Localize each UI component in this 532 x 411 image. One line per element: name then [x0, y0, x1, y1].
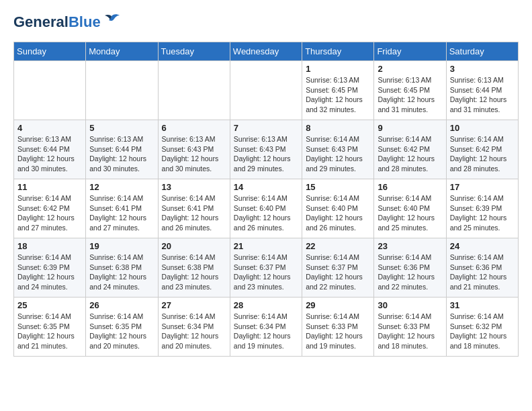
- calendar-day-cell: 4Sunrise: 6:13 AMSunset: 6:44 PMDaylight…: [14, 120, 86, 179]
- calendar-day-cell: 19Sunrise: 6:14 AMSunset: 6:38 PMDayligh…: [86, 238, 158, 298]
- calendar-day-cell: 3Sunrise: 6:13 AMSunset: 6:44 PMDaylight…: [446, 61, 518, 120]
- calendar-day-cell: 17Sunrise: 6:14 AMSunset: 6:39 PMDayligh…: [446, 179, 518, 238]
- calendar-day-cell: 21Sunrise: 6:14 AMSunset: 6:37 PMDayligh…: [230, 238, 302, 298]
- day-info: Sunrise: 6:14 AMSunset: 6:34 PMDaylight:…: [162, 312, 226, 351]
- calendar-week-row: 25Sunrise: 6:14 AMSunset: 6:35 PMDayligh…: [14, 298, 519, 357]
- day-number: 5: [89, 123, 154, 133]
- day-number: 27: [162, 300, 226, 310]
- day-info: Sunrise: 6:14 AMSunset: 6:35 PMDaylight:…: [89, 312, 154, 351]
- calendar-week-row: 11Sunrise: 6:14 AMSunset: 6:42 PMDayligh…: [14, 179, 519, 238]
- day-info: Sunrise: 6:13 AMSunset: 6:45 PMDaylight:…: [378, 75, 442, 115]
- calendar-day-cell: 14Sunrise: 6:14 AMSunset: 6:40 PMDayligh…: [230, 179, 302, 238]
- day-number: 21: [234, 241, 298, 251]
- weekday-header-cell: Thursday: [302, 42, 374, 61]
- calendar-day-cell: 15Sunrise: 6:14 AMSunset: 6:40 PMDayligh…: [302, 179, 374, 238]
- calendar-day-cell: 29Sunrise: 6:14 AMSunset: 6:33 PMDayligh…: [302, 298, 374, 357]
- day-number: 12: [89, 182, 154, 192]
- day-info: Sunrise: 6:14 AMSunset: 6:33 PMDaylight:…: [306, 312, 370, 351]
- calendar-day-cell: 13Sunrise: 6:14 AMSunset: 6:41 PMDayligh…: [158, 179, 230, 238]
- calendar-day-cell: 28Sunrise: 6:14 AMSunset: 6:34 PMDayligh…: [230, 298, 302, 357]
- day-info: Sunrise: 6:14 AMSunset: 6:34 PMDaylight:…: [234, 312, 298, 351]
- calendar-day-cell: 10Sunrise: 6:14 AMSunset: 6:42 PMDayligh…: [446, 120, 518, 179]
- day-number: 14: [234, 182, 298, 192]
- calendar-week-row: 18Sunrise: 6:14 AMSunset: 6:39 PMDayligh…: [14, 238, 519, 298]
- calendar-day-cell: 8Sunrise: 6:14 AMSunset: 6:43 PMDaylight…: [302, 120, 374, 179]
- day-info: Sunrise: 6:14 AMSunset: 6:42 PMDaylight:…: [17, 193, 82, 233]
- calendar-day-cell: 5Sunrise: 6:13 AMSunset: 6:44 PMDaylight…: [86, 120, 158, 179]
- day-info: Sunrise: 6:13 AMSunset: 6:44 PMDaylight:…: [450, 75, 515, 115]
- calendar-table: SundayMondayTuesdayWednesdayThursdayFrid…: [13, 42, 519, 357]
- day-info: Sunrise: 6:14 AMSunset: 6:38 PMDaylight:…: [162, 253, 226, 292]
- calendar-day-cell: 1Sunrise: 6:13 AMSunset: 6:45 PMDaylight…: [302, 61, 374, 120]
- day-number: 1: [306, 64, 370, 74]
- calendar-day-cell: 11Sunrise: 6:14 AMSunset: 6:42 PMDayligh…: [14, 179, 86, 238]
- weekday-header-cell: Wednesday: [230, 42, 302, 61]
- calendar-day-cell: [86, 61, 158, 120]
- calendar-week-row: 1Sunrise: 6:13 AMSunset: 6:45 PMDaylight…: [14, 61, 519, 120]
- calendar-day-cell: 18Sunrise: 6:14 AMSunset: 6:39 PMDayligh…: [14, 238, 86, 298]
- day-info: Sunrise: 6:14 AMSunset: 6:37 PMDaylight:…: [234, 253, 298, 292]
- calendar-day-cell: 25Sunrise: 6:14 AMSunset: 6:35 PMDayligh…: [14, 298, 86, 357]
- day-info: Sunrise: 6:14 AMSunset: 6:40 PMDaylight:…: [378, 193, 442, 233]
- day-info: Sunrise: 6:14 AMSunset: 6:41 PMDaylight:…: [162, 193, 226, 233]
- calendar-day-cell: 26Sunrise: 6:14 AMSunset: 6:35 PMDayligh…: [86, 298, 158, 357]
- calendar-day-cell: 23Sunrise: 6:14 AMSunset: 6:36 PMDayligh…: [374, 238, 446, 298]
- calendar-day-cell: 22Sunrise: 6:14 AMSunset: 6:37 PMDayligh…: [302, 238, 374, 298]
- logo-bird-icon: [102, 13, 121, 28]
- day-number: 6: [162, 123, 226, 133]
- calendar-day-cell: 2Sunrise: 6:13 AMSunset: 6:45 PMDaylight…: [374, 61, 446, 120]
- weekday-header-cell: Monday: [86, 42, 158, 61]
- calendar-week-row: 4Sunrise: 6:13 AMSunset: 6:44 PMDaylight…: [14, 120, 519, 179]
- day-info: Sunrise: 6:13 AMSunset: 6:43 PMDaylight:…: [162, 134, 226, 174]
- calendar-day-cell: 6Sunrise: 6:13 AMSunset: 6:43 PMDaylight…: [158, 120, 230, 179]
- day-info: Sunrise: 6:14 AMSunset: 6:41 PMDaylight:…: [89, 193, 154, 233]
- weekday-header-cell: Friday: [374, 42, 446, 61]
- weekday-header-cell: Saturday: [446, 42, 518, 61]
- day-info: Sunrise: 6:14 AMSunset: 6:40 PMDaylight:…: [306, 193, 370, 233]
- calendar-day-cell: [14, 61, 86, 120]
- calendar-day-cell: 9Sunrise: 6:14 AMSunset: 6:42 PMDaylight…: [374, 120, 446, 179]
- calendar-body: 1Sunrise: 6:13 AMSunset: 6:45 PMDaylight…: [14, 61, 519, 357]
- page-header: General Blue: [13, 13, 519, 31]
- day-info: Sunrise: 6:14 AMSunset: 6:32 PMDaylight:…: [450, 312, 515, 351]
- day-number: 16: [378, 182, 442, 192]
- weekday-header-cell: Tuesday: [158, 42, 230, 61]
- calendar-day-cell: [158, 61, 230, 120]
- day-number: 22: [306, 241, 370, 251]
- day-number: 25: [17, 300, 82, 310]
- calendar-day-cell: [230, 61, 302, 120]
- logo: General Blue: [13, 13, 121, 31]
- calendar-day-cell: 30Sunrise: 6:14 AMSunset: 6:33 PMDayligh…: [374, 298, 446, 357]
- day-info: Sunrise: 6:14 AMSunset: 6:40 PMDaylight:…: [234, 193, 298, 233]
- calendar-day-cell: 12Sunrise: 6:14 AMSunset: 6:41 PMDayligh…: [86, 179, 158, 238]
- day-number: 2: [378, 64, 442, 74]
- calendar-day-cell: 24Sunrise: 6:14 AMSunset: 6:36 PMDayligh…: [446, 238, 518, 298]
- day-info: Sunrise: 6:14 AMSunset: 6:43 PMDaylight:…: [306, 134, 370, 174]
- day-number: 4: [17, 123, 82, 133]
- day-number: 9: [378, 123, 442, 133]
- day-info: Sunrise: 6:14 AMSunset: 6:36 PMDaylight:…: [378, 253, 442, 292]
- day-info: Sunrise: 6:14 AMSunset: 6:42 PMDaylight:…: [378, 134, 442, 174]
- day-info: Sunrise: 6:14 AMSunset: 6:42 PMDaylight:…: [450, 134, 515, 174]
- day-info: Sunrise: 6:14 AMSunset: 6:39 PMDaylight:…: [450, 193, 515, 233]
- logo-blue: Blue: [69, 13, 101, 31]
- day-info: Sunrise: 6:13 AMSunset: 6:44 PMDaylight:…: [17, 134, 82, 174]
- day-info: Sunrise: 6:14 AMSunset: 6:33 PMDaylight:…: [378, 312, 442, 351]
- day-number: 20: [162, 241, 226, 251]
- day-number: 18: [17, 241, 82, 251]
- day-number: 15: [306, 182, 370, 192]
- day-number: 31: [450, 300, 515, 310]
- day-number: 3: [450, 64, 515, 74]
- day-info: Sunrise: 6:13 AMSunset: 6:44 PMDaylight:…: [89, 134, 154, 174]
- day-number: 10: [450, 123, 515, 133]
- day-info: Sunrise: 6:13 AMSunset: 6:43 PMDaylight:…: [234, 134, 298, 174]
- weekday-header-row: SundayMondayTuesdayWednesdayThursdayFrid…: [14, 42, 519, 61]
- logo-text: General Blue: [13, 13, 121, 31]
- day-number: 7: [234, 123, 298, 133]
- day-info: Sunrise: 6:13 AMSunset: 6:45 PMDaylight:…: [306, 75, 370, 115]
- day-number: 13: [162, 182, 226, 192]
- logo-general: General: [13, 13, 69, 31]
- day-number: 26: [89, 300, 154, 310]
- day-info: Sunrise: 6:14 AMSunset: 6:38 PMDaylight:…: [89, 253, 154, 292]
- weekday-header-cell: Sunday: [14, 42, 86, 61]
